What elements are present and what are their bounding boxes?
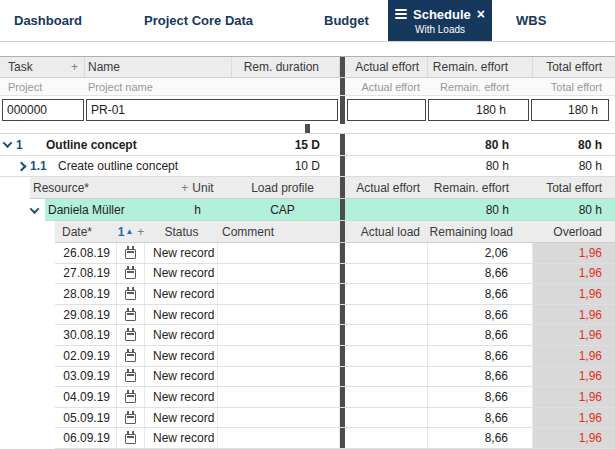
col-actual-load: Actual load (361, 225, 420, 239)
col-remain-effort: Remain. effort (440, 81, 509, 93)
sort-asc-icon: ▲ (125, 227, 133, 236)
resource-name: Daniela Müller (48, 203, 125, 217)
chevron-down-icon[interactable] (3, 138, 13, 148)
project-name-field[interactable] (86, 99, 338, 121)
calendar-icon[interactable] (125, 434, 136, 444)
load-row[interactable]: 27.08.19 New record 8,66 1,96 (0, 264, 615, 285)
add-load-icon[interactable]: + (137, 225, 144, 239)
col-actual-effort: Actual effort (356, 181, 420, 195)
load-overload: 1,96 (579, 411, 602, 425)
load-row[interactable]: 03.09.19 New record 8,66 1,96 (0, 367, 615, 388)
load-date: 05.09.19 (63, 411, 110, 425)
load-row[interactable]: 02.09.19 New record 8,66 1,96 (0, 346, 615, 367)
load-overload: 1,96 (579, 431, 602, 445)
task-rem-duration: 10 D (232, 156, 340, 176)
project-header-row: Project Project name Actual effort Remai… (0, 78, 615, 96)
calendar-icon[interactable] (125, 352, 136, 362)
col-load-profile: Load profile (251, 181, 314, 195)
resource-remain-effort: 80 h (486, 203, 509, 217)
chevron-down-icon[interactable] (30, 204, 40, 214)
project-id-field[interactable] (2, 99, 84, 121)
load-date: 27.08.19 (63, 266, 110, 280)
schedule-table: Task+ Name Rem. duration Actual effort R… (0, 56, 615, 449)
load-date: 02.09.19 (63, 349, 110, 363)
load-overload: 1,96 (579, 390, 602, 404)
task-wbs: 1 (16, 134, 46, 155)
load-status: New record (153, 349, 214, 363)
col-total-effort: Total effort (546, 181, 602, 195)
load-status: New record (153, 266, 214, 280)
load-overload: 1,96 (579, 266, 602, 280)
load-row[interactable]: 05.09.19 New record 8,66 1,96 (0, 408, 615, 429)
tab-label: Dashboard (14, 13, 82, 28)
task-row-1[interactable]: 1 Outline concept 15 D 80 h 80 h (0, 134, 615, 156)
load-status: New record (153, 328, 214, 342)
task-remain-effort: 80 h (486, 159, 509, 173)
load-row[interactable]: 04.09.19 New record 8,66 1,96 (0, 387, 615, 408)
calendar-icon[interactable] (125, 414, 136, 424)
tab-project-core-data[interactable]: Project Core Data (130, 0, 310, 41)
task-rem-duration: 15 D (232, 134, 340, 155)
task-total-effort: 80 h (578, 138, 602, 152)
load-remaining: 8,66 (485, 431, 508, 445)
col-remain-effort: Remain. effort (433, 60, 508, 74)
task-row-1-1[interactable]: 1.1 Create outline concept 10 D 80 h 80 … (0, 156, 615, 177)
col-comment: Comment (222, 225, 274, 239)
col-remaining-load: Remaining load (430, 225, 513, 239)
load-remaining: 8,66 (485, 369, 508, 383)
toolbar-gap (0, 42, 615, 56)
tab-wbs[interactable]: WBS (502, 0, 584, 41)
load-remaining: 8,66 (485, 349, 508, 363)
load-overload: 1,96 (579, 308, 602, 322)
col-total-effort: Total effort (551, 81, 602, 93)
col-remain-effort: Remain. effort (434, 181, 509, 195)
load-row[interactable]: 28.08.19 New record 8,66 1,96 (0, 284, 615, 305)
project-remain-effort-field[interactable] (428, 99, 529, 121)
tab-bar: Dashboard Project Core Data Budget Sched… (0, 0, 615, 42)
add-task-icon[interactable]: + (71, 60, 78, 74)
load-date: 03.09.19 (63, 369, 110, 383)
load-status: New record (153, 369, 214, 383)
load-status: New record (153, 431, 214, 445)
tab-subtitle: With Loads (395, 24, 485, 35)
tab-schedule[interactable]: Schedule × With Loads (388, 0, 492, 41)
load-overload: 1,96 (579, 328, 602, 342)
load-remaining: 8,66 (485, 390, 508, 404)
tab-dashboard[interactable]: Dashboard (0, 0, 130, 41)
calendar-icon[interactable] (125, 269, 136, 279)
calendar-icon[interactable] (125, 249, 136, 259)
load-row[interactable]: 30.08.19 New record 8,66 1,96 (0, 325, 615, 346)
load-row[interactable]: 29.08.19 New record 8,66 1,96 (0, 305, 615, 326)
column-header-row: Task+ Name Rem. duration Actual effort R… (0, 56, 615, 78)
load-date: 28.08.19 (63, 287, 110, 301)
col-name: Name (88, 60, 120, 74)
load-date: 04.09.19 (63, 390, 110, 404)
calendar-icon[interactable] (125, 372, 136, 382)
spacer-row (0, 124, 615, 134)
project-row (0, 96, 615, 124)
load-remaining: 8,66 (485, 287, 508, 301)
calendar-icon[interactable] (125, 331, 136, 341)
load-row[interactable]: 26.08.19 New record 2,06 1,96 (0, 243, 615, 264)
load-remaining: 2,06 (485, 246, 508, 260)
col-actual-effort: Actual effort (355, 60, 419, 74)
load-row[interactable]: 06.09.19 New record 8,66 1,96 (0, 428, 615, 449)
chevron-right-icon[interactable] (17, 161, 27, 171)
col-project: Project (8, 81, 42, 93)
col-actual-effort: Actual effort (362, 81, 421, 93)
add-resource-icon[interactable]: + (181, 181, 188, 195)
calendar-icon[interactable] (125, 290, 136, 300)
project-actual-effort-field[interactable] (347, 99, 426, 121)
menu-icon[interactable] (395, 9, 407, 19)
load-header-row: Date* 1▲+ Status Comment Actual load Rem… (0, 221, 615, 243)
project-total-effort-field[interactable] (531, 99, 609, 121)
resource-row[interactable]: Daniela Müller h CAP 80 h 80 h (0, 199, 615, 221)
calendar-icon[interactable] (125, 393, 136, 403)
load-status: New record (153, 390, 214, 404)
tab-budget[interactable]: Budget (310, 0, 388, 41)
load-overload: 1,96 (579, 287, 602, 301)
calendar-icon[interactable] (125, 311, 136, 321)
close-icon[interactable]: × (477, 7, 485, 21)
task-remain-effort: 80 h (485, 138, 509, 152)
sort-indicator[interactable]: 1 (118, 225, 125, 239)
